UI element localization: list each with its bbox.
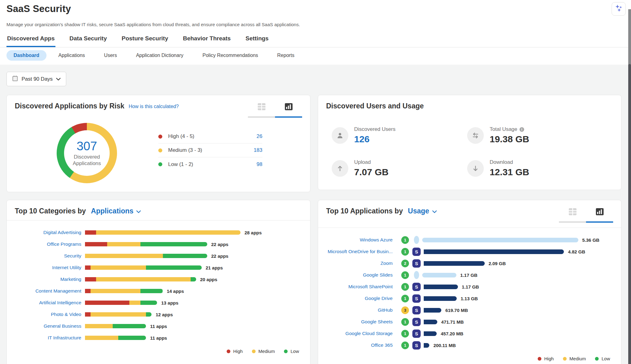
category-link[interactable]: Office Programs [15,241,85,247]
application-row: Google Cloud Storage1S457.20 MB [326,328,613,339]
chart-view-button[interactable] [275,102,302,118]
usage-bar [424,320,437,324]
bar-segment-medium [85,254,163,258]
category-row: Content Management14 apps [15,285,302,297]
bar-segment-high [85,265,91,270]
table-view-button[interactable] [248,102,275,118]
application-link[interactable]: Office 365 [326,342,396,348]
usage-value: 5.36 GB [582,237,600,243]
category-link[interactable]: Artificial Intelligence [15,300,85,305]
risk-score-badge[interactable]: 3 [401,306,409,314]
risk-card: Discovered Applications by Risk How is t… [6,95,310,192]
category-stacked-bar [85,242,207,246]
table-view-button[interactable] [559,207,586,223]
info-icon[interactable]: i [520,127,524,132]
usage-bar [422,273,456,277]
category-link[interactable]: Photo & Video [15,312,85,317]
medium-count-link[interactable]: 183 [254,147,262,153]
high-dot-icon [227,350,230,353]
category-link[interactable]: General Business [15,323,85,329]
category-app-count: 28 apps [245,230,262,235]
risk-score-badge[interactable]: 1 [401,271,409,279]
application-link[interactable]: Microsoft OneDrive for Busin... [326,249,396,254]
scrollbar-thumb[interactable] [628,64,631,364]
usage-bar [424,296,457,301]
bar-segment-low [146,265,201,270]
medium-dot-icon [252,350,256,353]
chart-view-button[interactable] [586,207,613,223]
users-usage-card: Discovered Users and Usage Discovered Us… [318,95,621,190]
medium-dot-icon [158,148,162,152]
category-link[interactable]: Internet Utility [15,265,85,270]
apps-dropdown[interactable]: Usage [408,207,437,215]
subtab-applications[interactable]: Applications [51,50,92,61]
application-link[interactable]: Microsoft SharePoint [326,284,396,289]
usage-bar [424,308,441,313]
risk-card-title: Discovered Applications by Risk [15,102,124,110]
high-count-link[interactable]: 26 [257,133,262,140]
category-row: General Business11 apps [15,320,302,332]
bar-segment-high [85,312,91,317]
category-link[interactable]: Content Management [15,288,85,294]
risk-score-badge[interactable]: 1 [401,248,409,256]
risk-score-badge[interactable]: 1 [401,342,409,349]
risk-score-badge[interactable]: 1 [401,295,409,302]
application-link[interactable]: Google Slides [326,272,396,278]
category-link[interactable]: Security [15,253,85,259]
bar-chart-icon [285,103,293,112]
discovered-users-value[interactable]: 126 [354,134,395,144]
application-link[interactable]: Google Sheets [326,319,396,325]
subtab-policy-recommendations[interactable]: Policy Recommendations [196,50,265,61]
subtab-application-dictionary[interactable]: Application Dictionary [129,50,191,61]
subtab-reports[interactable]: Reports [270,50,301,61]
calendar-icon [12,75,18,83]
category-app-count: 21 apps [206,265,223,270]
tab-data-security[interactable]: Data Security [69,32,107,47]
usage-bar [424,331,437,336]
application-row: GitHub3S619.70 MB [326,304,613,316]
categories-dropdown[interactable]: Applications [91,207,141,215]
category-link[interactable]: IT Infrastructure [15,335,85,341]
category-stacked-bar [85,336,146,340]
category-link[interactable]: Digital Advertising [15,230,85,235]
tab-posture-security[interactable]: Posture Security [121,32,169,47]
application-row: Zoom2S2.09 GB [326,257,613,269]
date-range-filter[interactable]: Past 90 Days [6,72,66,86]
application-link[interactable]: Google Drive [326,296,396,301]
usage-value: 471.71 MB [441,319,464,325]
application-link[interactable]: Zoom [326,261,396,266]
subtab-dashboard[interactable]: Dashboard [6,50,47,61]
risk-score-badge[interactable]: 1 [401,236,409,244]
sparkle-icon [614,4,623,14]
tab-discovered-apps[interactable]: Discovered Apps [6,32,55,47]
bar-segment-high [85,242,107,246]
bar-segment-high [85,277,96,281]
risk-score-badge[interactable]: 1 [401,330,409,338]
application-link[interactable]: GitHub [326,307,396,313]
applications-bar-chart: Windows Azure15.36 GBMicrosoft OneDrive … [318,228,621,351]
risk-score-badge[interactable]: 1 [401,283,409,291]
risk-score-badge[interactable]: 1 [401,318,409,326]
category-row: IT Infrastructure11 apps [15,332,302,344]
vertical-scrollbar[interactable] [628,9,631,364]
application-link[interactable]: Windows Azure [326,237,396,243]
application-link[interactable]: Google Cloud Storage [326,331,396,336]
how-calculated-link[interactable]: How is this calculated? [129,104,179,109]
bar-segment-high [85,301,129,305]
bar-segment-high [85,289,91,293]
low-count-link[interactable]: 98 [257,161,262,168]
legend-low: Low [284,349,299,354]
metric-discovered-users: Discovered Users 126 [332,126,467,144]
tab-behavior-threats[interactable]: Behavior Threats [182,32,231,47]
subtab-users[interactable]: Users [97,50,124,61]
bar-segment-low [146,312,152,317]
download-value: 12.31 GB [490,167,529,177]
ai-assistant-button[interactable] [612,2,626,16]
category-row: Office Programs22 apps [15,238,302,250]
category-link[interactable]: Marketing [15,277,85,282]
table-icon [257,103,266,112]
application-row: Microsoft OneDrive for Busin...1S4.82 GB [326,246,613,257]
risk-score-badge[interactable]: 2 [401,260,409,267]
bar-segment-low [163,254,207,258]
tab-settings[interactable]: Settings [245,32,269,47]
